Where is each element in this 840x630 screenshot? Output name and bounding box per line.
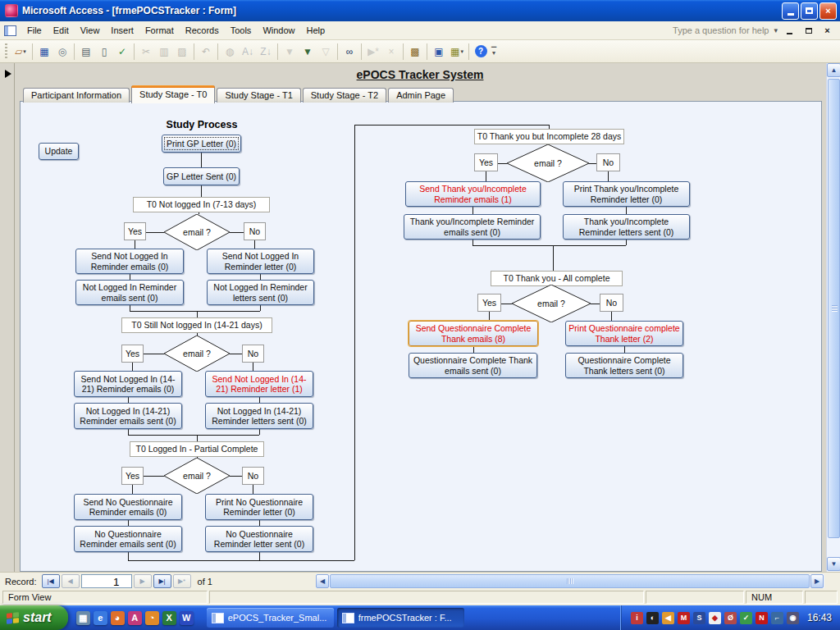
flow-send-not-logged-reminder-emails[interactable]: Send Not Logged In Reminder emails (0)	[75, 249, 184, 274]
mcafee-shield-icon[interactable]: M	[678, 612, 690, 624]
excel-icon[interactable]: X	[162, 611, 176, 625]
tab-study-stage-t1[interactable]: Study Stage - T1	[217, 88, 300, 103]
flow-update[interactable]: Update	[39, 143, 79, 160]
flow-send-thankyou-incomplete-emails[interactable]: Send Thank you/Incomplete Reminder email…	[405, 181, 541, 207]
new-object-icon[interactable]: ▦▾	[448, 43, 466, 61]
clock-app-icon[interactable]: ◔	[145, 611, 159, 625]
menu-bar: FileEditViewInsertFormatRecordsToolsWind…	[0, 21, 840, 40]
toolbar-grip[interactable]	[5, 43, 7, 60]
mdi-close-button[interactable]: ×	[820, 25, 834, 37]
print-icon[interactable]: ▤	[77, 43, 95, 61]
save-icon[interactable]: ▦	[35, 43, 53, 61]
firefox-icon[interactable]: ◕	[111, 611, 125, 625]
flow-print-no-questionnaire-letter[interactable]: Print No Questionnaire Reminder letter (…	[205, 494, 313, 520]
taskbar-task-1[interactable]: ePOCS_Tracker_Smal...	[207, 608, 334, 628]
file-search-icon[interactable]: ◎	[53, 43, 71, 61]
flow-not-logged-1421-emails-sent[interactable]: Not Logged In (14-21) Reminder emails se…	[74, 403, 182, 429]
help-icon[interactable]: ?	[472, 43, 490, 61]
toolbar-options-icon[interactable]: ▔▾	[491, 49, 496, 54]
update-status-icon[interactable]: ✓	[740, 612, 752, 624]
horizontal-scroll-thumb[interactable]	[330, 574, 810, 588]
flow-email-5: email ?	[512, 285, 591, 322]
flow-not-logged-reminder-letters-sent[interactable]: Not Logged In Reminder letters sent (0)	[207, 280, 314, 305]
access-app-icon[interactable]	[5, 4, 18, 17]
mdi-restore-button[interactable]	[801, 25, 815, 37]
flow-no-questionnaire-emails-sent[interactable]: No Questionnaire Reminder emails sent (0…	[74, 526, 182, 552]
flow-thankyou-incomplete-emails-sent[interactable]: Thank you/Incomplete Reminder emails sen…	[404, 214, 541, 240]
virusscan-icon[interactable]: ◆	[709, 612, 721, 624]
power-meter-icon[interactable]: ◐	[646, 612, 659, 624]
network-connection-icon[interactable]: ⌐	[771, 612, 783, 624]
flow-not-logged-1421-letters-sent[interactable]: Not Logged In (14-21) Reminder letters s…	[205, 403, 313, 429]
access-icon[interactable]: A	[128, 611, 142, 625]
flow-no-questionnaire-letter-sent[interactable]: No Questionnaire Reminder letter sent (0…	[205, 526, 313, 552]
tab-participant-information[interactable]: Participant Information	[23, 88, 130, 103]
menu-help[interactable]: Help	[301, 23, 331, 38]
flow-not-logged-reminder-emails-sent[interactable]: Not Logged In Reminder emails sent (0)	[75, 280, 184, 305]
find-icon[interactable]: ∞	[340, 43, 358, 61]
flow-thankyou-incomplete-letters-sent[interactable]: Thank you/Incomplete Reminder letters se…	[563, 214, 690, 240]
next-record-icon[interactable]: ▶	[134, 574, 152, 588]
display-settings-icon[interactable]: ◉	[787, 612, 799, 624]
internet-explorer-icon[interactable]: e	[94, 611, 107, 625]
previous-record-icon[interactable]: ◀	[62, 574, 80, 588]
menu-window[interactable]: Window	[257, 23, 300, 38]
menu-records[interactable]: Records	[180, 23, 225, 38]
spelling-icon[interactable]: ✓	[113, 43, 131, 61]
form-system-icon[interactable]	[4, 25, 16, 36]
new-record-nav-icon[interactable]: ▶*	[173, 574, 191, 588]
last-record-icon[interactable]: ▶|	[153, 574, 171, 588]
tab-admin-page[interactable]: Admin Page	[388, 88, 454, 103]
scroll-up-icon[interactable]: ▲	[827, 63, 840, 77]
tab-study-stage-t2[interactable]: Study Stage - T2	[303, 88, 386, 103]
messenger-icon[interactable]: i	[631, 612, 643, 624]
volume-icon[interactable]: ◀	[662, 612, 674, 624]
print-preview-icon[interactable]: ▯	[95, 43, 113, 61]
tab-study-stage-t0[interactable]: Study Stage - T0	[131, 85, 215, 103]
flow-send-no-questionnaire-emails[interactable]: Send No Questionnaire Reminder emails (0…	[74, 494, 182, 520]
flow-questionnaire-complete-emails-sent[interactable]: Questionnaire Complete Thank emails sent…	[409, 353, 537, 378]
view-icon[interactable]: ▱▾	[11, 43, 30, 61]
flow-questionnaire-complete-letters-sent[interactable]: Questionnaire Complete Thank letters sen…	[565, 353, 683, 378]
help-question-input[interactable]: Type a question for help	[673, 25, 769, 35]
firewall-shield-icon[interactable]: S	[693, 612, 705, 624]
flow-gp-letter-sent[interactable]: GP Letter Sent (0)	[163, 167, 240, 185]
menu-file[interactable]: File	[21, 23, 48, 38]
netware-icon[interactable]: N	[756, 612, 768, 624]
horizontal-scrollbar[interactable]: ◀ ▶	[316, 574, 824, 588]
vertical-scrollbar[interactable]: ▲ ▼	[826, 63, 840, 572]
scroll-down-icon[interactable]: ▼	[827, 557, 840, 571]
scroll-left-icon[interactable]: ◀	[316, 574, 329, 588]
menu-format[interactable]: Format	[139, 23, 180, 38]
close-button[interactable]: ×	[819, 2, 837, 20]
show-desktop-icon[interactable]: ▦	[76, 611, 90, 625]
vertical-scroll-thumb[interactable]	[828, 79, 840, 538]
restore-button[interactable]	[801, 2, 818, 20]
start-button[interactable]: start	[0, 605, 68, 630]
taskbar-task-2[interactable]: frmePOCSTracker : F...	[337, 608, 464, 628]
flow-send-not-logged-1421-letter[interactable]: Send Not Logged In (14-21) Reminder lett…	[205, 371, 313, 397]
word-icon[interactable]: W	[180, 611, 194, 625]
minimize-button[interactable]	[782, 2, 799, 20]
first-record-icon[interactable]: |◀	[42, 574, 60, 588]
flow-send-not-logged-reminder-letter[interactable]: Send Not Logged In Reminder letter (0)	[207, 249, 314, 274]
flow-print-questionnaire-complete-letter[interactable]: Print Questionnaire complete Thank lette…	[565, 321, 683, 346]
properties-icon[interactable]: ▩	[406, 43, 424, 61]
help-dropdown-icon[interactable]: ▾	[774, 26, 778, 34]
filter-by-form-icon[interactable]: ▼	[299, 43, 317, 61]
scroll-right-icon[interactable]: ▶	[810, 574, 824, 588]
flow-print-gp-letter[interactable]: Print GP Letter (0)	[162, 135, 241, 153]
mdi-minimize-button[interactable]	[783, 25, 797, 37]
menu-view[interactable]: View	[75, 23, 106, 38]
flow-print-thankyou-incomplete-letter[interactable]: Print Thank you/Incomplete Reminder lett…	[563, 181, 690, 207]
flow-send-not-logged-1421-emails[interactable]: Send Not Logged In (14-21) Reminder emai…	[74, 371, 182, 397]
scan-disabled-icon[interactable]: Ø	[724, 612, 737, 624]
record-selector-bar[interactable]	[0, 63, 15, 572]
menu-insert[interactable]: Insert	[105, 23, 139, 38]
menu-edit[interactable]: Edit	[48, 23, 75, 38]
flow-yes-3: Yes	[121, 467, 144, 485]
menu-tools[interactable]: Tools	[225, 23, 258, 38]
database-window-icon[interactable]: ▣	[430, 43, 448, 61]
flow-send-questionnaire-complete-emails[interactable]: Send Questionnaire Complete Thank emails…	[409, 321, 538, 346]
record-number-input[interactable]	[81, 574, 132, 588]
